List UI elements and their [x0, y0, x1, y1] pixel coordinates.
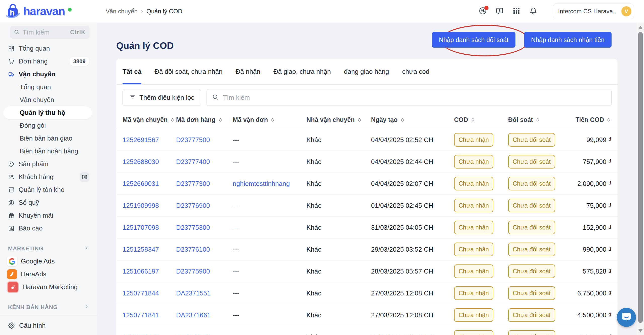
sidebar-item-haravan-marketing[interactable]: Haravan Marketing: [0, 281, 97, 293]
tracking-code-link[interactable]: nghiemtesttinhnang: [233, 180, 306, 188]
app-logo[interactable]: haravan: [6, 0, 72, 23]
sync-status-button[interactable]: [478, 7, 487, 16]
account-menu[interactable]: Intercom CS Harava... V: [553, 4, 634, 19]
order-code-link[interactable]: D23777300: [176, 180, 233, 188]
carrier-cell: Khác: [306, 246, 371, 253]
shipment-code-link[interactable]: 1252691567: [123, 136, 176, 144]
sidebar-item-bien-ban-hoan-hang[interactable]: Biên bản hoàn hàng: [0, 145, 97, 158]
sidebar-item-khach-hang[interactable]: Khách hàng: [0, 171, 97, 183]
shipment-code-link[interactable]: 1251909998: [123, 202, 176, 210]
sidebar-item-van-chuyen-tong-quan[interactable]: Tổng quan: [0, 81, 97, 93]
sidebar-item-khuyen-mai[interactable]: Khuyến mãi: [0, 209, 97, 222]
sidebar-item-van-chuyen-van-chuyen[interactable]: Vận chuyển: [0, 93, 97, 106]
sidebar-search[interactable]: CtrlK: [10, 26, 90, 39]
sidebar-item-label: Tổng quan: [20, 83, 51, 91]
tab-da-giao-chua-nhan[interactable]: Đã giao, chưa nhận: [273, 59, 331, 84]
order-code-link[interactable]: D23776100: [176, 246, 233, 253]
notifications-button[interactable]: [529, 7, 538, 16]
table-search[interactable]: [207, 89, 612, 106]
shipment-code-link[interactable]: 1251258347: [123, 246, 176, 253]
column-header-6[interactable]: COD: [454, 116, 508, 123]
sidebar-item-label: Quản lý tồn kho: [19, 186, 64, 194]
tracking-code-cell: ---: [233, 267, 306, 275]
sidebar-item-label: Biên bản bàn giao: [20, 135, 72, 142]
column-header-7[interactable]: Đối soát: [508, 116, 567, 123]
column-header-label: Đối soát: [508, 116, 533, 123]
tracking-code-cell: ---: [233, 311, 306, 319]
column-header-4[interactable]: Nhà vận chuyển: [306, 116, 371, 123]
table-row: 1252669031D23777300nghiemtesttinhnangKhá…: [116, 173, 618, 195]
column-header-label: Mã vận đơn: [233, 116, 268, 123]
top-bar-actions: Intercom CS Harava... V: [478, 0, 634, 23]
order-code-link[interactable]: D23776900: [176, 202, 233, 210]
collapse-panel-icon[interactable]: [80, 172, 89, 182]
cod-status-badge: Chưa nhận: [454, 133, 493, 147]
sidebar-item-dong-goi[interactable]: Đóng gói: [0, 119, 97, 132]
shipment-code-link[interactable]: 1252688030: [123, 158, 176, 166]
column-header-1[interactable]: Mã vận chuyển: [123, 116, 176, 123]
filter-button[interactable]: Thêm điều kiện lọc: [123, 89, 201, 106]
column-header-3[interactable]: Mã vận đơn: [233, 116, 306, 123]
sidebar-item-tong-quan[interactable]: Tổng quan: [0, 42, 97, 55]
column-header-2[interactable]: Mã đơn hàng: [176, 116, 233, 123]
table-row: 1252691567D23777500---Khác04/04/2025 02:…: [116, 129, 618, 151]
table-search-input[interactable]: [222, 93, 606, 102]
column-header-5[interactable]: Ngày tạo: [371, 116, 454, 123]
cod-amount-cell: 6,750,000 ₫: [567, 333, 612, 335]
shipment-code-link[interactable]: 1251707098: [123, 224, 176, 231]
column-header-label: Ngày tạo: [371, 116, 398, 123]
sidebar-item-quan-ly-ton-kho[interactable]: Quản lý tồn kho: [0, 183, 97, 196]
sidebar-item-google-ads[interactable]: Google Ads: [0, 255, 97, 268]
tab-tat-ca[interactable]: Tất cả: [123, 59, 141, 84]
order-code-link[interactable]: D23775300: [176, 224, 233, 231]
apps-button[interactable]: [512, 7, 521, 16]
tab-da-doi-soat-chua-nhan[interactable]: Đã đối soát, chưa nhận: [154, 59, 222, 84]
sidebar-item-san-pham[interactable]: Sản phẩm: [0, 158, 97, 171]
table-row: 1250771842DA2371671---Khác27/03/2025 12:…: [116, 326, 618, 335]
haraads-icon: [7, 269, 17, 279]
created-date-cell: 27/03/2025 12:08 CH: [371, 289, 454, 297]
sidebar-item-bien-ban-ban-giao[interactable]: Biên bản bàn giao: [0, 132, 97, 145]
sidebar-section-marketing[interactable]: MARKETING: [0, 242, 97, 255]
sidebar-item-cau-hinh[interactable]: Cấu hình: [0, 316, 97, 335]
sidebar-item-don-hang[interactable]: Đơn hàng3809: [0, 55, 97, 68]
column-header-8[interactable]: Tiền COD: [567, 116, 612, 123]
shipment-code-link[interactable]: 1251066197: [123, 267, 176, 275]
order-code-link[interactable]: DA2371671: [176, 333, 233, 335]
sidebar-item-bao-cao[interactable]: Báo cáo: [0, 222, 97, 235]
shipment-code-link[interactable]: 1252669031: [123, 180, 176, 188]
shipment-code-link[interactable]: 1250771842: [123, 333, 176, 335]
order-code-link[interactable]: DA2371551: [176, 289, 233, 297]
order-code-link[interactable]: D23775900: [176, 267, 233, 275]
import-reconcile-list-button[interactable]: Nhập danh sách đối soát: [432, 32, 516, 48]
sidebar-item-haraads[interactable]: HaraAds: [0, 268, 97, 281]
order-code-link[interactable]: DA2371661: [176, 311, 233, 319]
import-received-money-list-button[interactable]: Nhập danh sách nhận tiền: [524, 32, 612, 48]
cod-status-badge: Chưa nhận: [454, 155, 493, 169]
sidebar-item-van-chuyen[interactable]: Vận chuyển: [0, 68, 97, 81]
order-code-link[interactable]: D23777400: [176, 158, 233, 166]
shipment-code-link[interactable]: 1250771841: [123, 311, 176, 319]
page-scrollbar[interactable]: [637, 23, 644, 335]
cod-status-badge: Chưa nhận: [454, 221, 493, 234]
scrollbar-down-arrow[interactable]: [638, 329, 643, 332]
reconcile-status-badge: Chưa đối soát: [508, 286, 555, 300]
tab-chua-cod[interactable]: chưa cod: [402, 59, 429, 84]
intercom-launcher[interactable]: [617, 308, 636, 327]
scrollbar-thumb[interactable]: [638, 32, 643, 323]
shipment-code-link[interactable]: 1250771844: [123, 289, 176, 297]
sidebar-section-kenh-ban-hang[interactable]: KÊNH BÁN HÀNG: [0, 301, 97, 314]
feedback-button[interactable]: [495, 7, 504, 16]
breadcrumb-parent-link[interactable]: Vận chuyển: [106, 8, 138, 15]
tab-dang-giao-hang[interactable]: đang giao hàng: [344, 59, 389, 84]
sidebar-item-quan-ly-thu-ho[interactable]: Quản lý thu hộ: [3, 106, 92, 119]
users-icon: [8, 174, 15, 180]
sidebar-item-label: Báo cáo: [19, 224, 43, 232]
scrollbar-up-arrow[interactable]: [638, 26, 643, 29]
notification-dot: [484, 6, 489, 10]
sidebar-item-so-quy[interactable]: Sổ quỹ: [0, 196, 97, 209]
tab-da-nhan[interactable]: Đã nhận: [236, 59, 260, 84]
order-code-link[interactable]: D23777500: [176, 136, 233, 144]
sidebar-search-input[interactable]: [22, 28, 68, 37]
cod-amount-cell: 2,090,000 ₫: [567, 180, 612, 188]
